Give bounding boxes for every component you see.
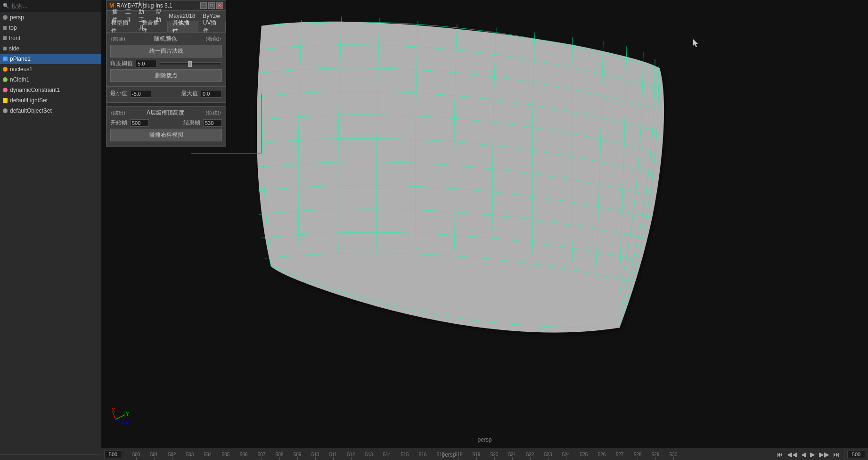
unify-normals-button[interactable]: 统一面片法线 [110, 45, 222, 58]
section-header-extrude: ↑(挤出) A层级模顶高度 (位移)↑ [110, 109, 222, 117]
svg-text:X: X [112, 407, 115, 413]
tick-529: 529 [647, 452, 664, 460]
plugin-tabs: 模型插件 整合插件 其他插件 UV插件 [106, 21, 226, 33]
sidebar-item-top[interactable]: top [0, 23, 101, 33]
minimize-button[interactable]: — [200, 2, 207, 9]
tick-500: 500 [127, 452, 145, 460]
tick-528: 528 [629, 452, 647, 460]
sidebar-item-label: nucleus1 [10, 66, 33, 73]
timeline: 500 501 502 503 504 505 506 507 508 509 … [101, 448, 868, 460]
sidebar-item-label: defaultObjectSet [10, 107, 52, 114]
tab-integrate-plugin[interactable]: 整合插件 [137, 21, 168, 32]
prev-frame-button[interactable]: ◀ [800, 451, 808, 458]
skip-to-end-button[interactable]: ⏭ [832, 451, 841, 458]
sidebar-item-label: side [9, 45, 19, 52]
tick-523: 523 [539, 452, 557, 460]
tick-526: 526 [593, 452, 611, 460]
start-frame-label: 开始帧 [110, 119, 127, 127]
next-frame-button[interactable]: ▶ [809, 451, 817, 458]
sidebar-list: persp top front side pPlane1 nucleus1 [0, 12, 101, 454]
next-key-button[interactable]: ▶▶ [818, 451, 831, 458]
timeline-start-frame[interactable] [104, 451, 122, 458]
sidebar-item-ncloth1[interactable]: nCloth1 [0, 74, 101, 85]
max-label: 最大值 [181, 90, 198, 98]
prev-key-button[interactable]: ◀◀ [786, 451, 799, 458]
tab-other-plugin[interactable]: 其他插件 [168, 21, 198, 32]
section-extrude-label: ↑(挤出) [110, 110, 125, 116]
tick-502: 502 [163, 452, 181, 460]
delete-verts-button[interactable]: 删除废点 [110, 69, 222, 82]
tab-model-plugin[interactable]: 模型插件 [106, 21, 137, 32]
mesh-icon [3, 57, 8, 61]
search-input[interactable] [11, 3, 98, 9]
section-header-color: ↑(移除) 随机颜色 (着色)↑ [110, 35, 222, 43]
sidebar-item-nucleus1[interactable]: nucleus1 [0, 64, 101, 74]
tick-520: 520 [485, 452, 503, 460]
panel-divider [106, 103, 226, 107]
min-input[interactable] [130, 90, 151, 98]
simulate-button[interactable]: 骨骼布料模拟 [110, 129, 222, 141]
viewport-persp-label: persp [442, 452, 456, 458]
camera-icon [3, 15, 8, 20]
search-bar[interactable]: 🔍 [0, 0, 101, 12]
sidebar-hscrollbar[interactable] [0, 454, 101, 460]
sidebar-item-front[interactable]: front [0, 33, 101, 43]
tab-uv-plugin[interactable]: UV插件 [198, 21, 226, 32]
tick-503: 503 [181, 452, 199, 460]
angle-threshold-label: 角度阈值 [110, 59, 133, 67]
min-label: 最小值 [110, 90, 127, 98]
tick-512: 512 [342, 452, 360, 460]
restore-button[interactable]: □ [208, 2, 215, 9]
sidebar-item-label: top [9, 25, 17, 31]
tick-514: 514 [378, 452, 396, 460]
camera-icon [3, 36, 7, 40]
camera-icon [3, 47, 7, 50]
sidebar-item-label: persp [10, 14, 24, 21]
camera-icon [3, 26, 7, 30]
tick-506: 506 [235, 452, 253, 460]
sidebar-item-objectset[interactable]: defaultObjectSet [0, 106, 101, 116]
tick-530: 530 [664, 452, 682, 460]
tick-511: 511 [324, 452, 342, 460]
tick-505: 505 [217, 452, 235, 460]
timeline-ruler[interactable]: 500 501 502 503 504 505 506 507 508 509 … [125, 448, 772, 460]
angle-threshold-row: 角度阈值 [110, 59, 222, 67]
lightset-icon [3, 98, 8, 103]
sidebar-item-persp[interactable]: persp [0, 12, 101, 23]
tick-504: 504 [199, 452, 217, 460]
tick-509: 509 [288, 452, 306, 460]
skip-to-start-button[interactable]: ⏮ [775, 451, 785, 458]
tick-510: 510 [306, 452, 324, 460]
minmax-row: 最小值 最大值 [110, 90, 222, 98]
search-icon: 🔍 [3, 3, 9, 9]
start-frame-input[interactable] [130, 119, 149, 127]
cloth-icon [3, 77, 8, 82]
sidebar-item-pplane1[interactable]: pPlane1 [0, 54, 101, 64]
tick-527: 527 [611, 452, 629, 460]
tick-508: 508 [270, 452, 288, 460]
svg-line-0 [115, 415, 125, 419]
close-button[interactable]: ✕ [216, 2, 223, 9]
section-minmax: 最小值 最大值 [106, 87, 226, 103]
plugin-panel: M RAYDATA plug-ins 3.1 — □ ✕ 插件 工具 辅助工具 … [106, 0, 226, 147]
sidebar-item-lightset[interactable]: defaultLightSet [0, 95, 101, 106]
angle-threshold-input[interactable] [136, 60, 157, 67]
sidebar-item-label: dynamicConstraint1 [10, 87, 60, 93]
max-input[interactable] [201, 90, 222, 98]
tick-507: 507 [253, 452, 270, 460]
sidebar-item-dynamic-constraint[interactable]: dynamicConstraint1 [0, 85, 101, 95]
angle-threshold-slider[interactable] [160, 62, 222, 65]
sidebar-item-label: front [9, 35, 20, 41]
tick-524: 524 [557, 452, 575, 460]
timeline-end-frame[interactable] [847, 451, 865, 458]
sidebar-item-side[interactable]: side [0, 43, 101, 54]
svg-line-1 [115, 419, 125, 424]
tick-525: 525 [575, 452, 593, 460]
section-remove-label: ↑(移除) [110, 36, 125, 42]
svg-text:Y: Y [126, 411, 130, 417]
objectset-icon [3, 108, 8, 113]
tick-501: 501 [145, 452, 163, 460]
section-extrude-badge: (位移)↑ [205, 109, 222, 116]
svg-text:Z: Z [126, 421, 129, 427]
end-frame-input[interactable] [203, 119, 222, 127]
